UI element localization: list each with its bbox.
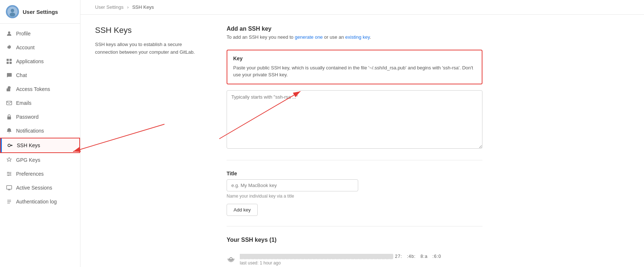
svg-point-3 (8, 31, 10, 34)
add-key-description: To add an SSH key you need to generate o… (227, 34, 482, 41)
key-info-box: Key Paste your public SSH key, which is … (227, 50, 482, 84)
sidebar-header: User Settings (0, 0, 80, 24)
grid-icon (6, 58, 12, 65)
breadcrumb-parent[interactable]: User Settings (95, 4, 124, 10)
key-last-used: last used: 1 hour ago (240, 260, 482, 266)
title-hint: Name your individual key via a title (227, 194, 482, 199)
svg-point-12 (8, 172, 9, 173)
sidebar-item-applications[interactable]: Applications (0, 54, 80, 68)
svg-point-16 (230, 258, 232, 260)
svg-point-1 (11, 9, 14, 12)
sidebar: User Settings Profile Account Applicatio… (0, 0, 80, 267)
right-section: Add an SSH key To add an SSH key you nee… (227, 26, 482, 267)
svg-point-13 (10, 173, 11, 175)
breadcrumb: User Settings › SSH Keys (80, 0, 644, 15)
key-box-description: Paste your public SSH key, which is usua… (233, 64, 476, 79)
divider-1 (227, 160, 482, 160)
sidebar-item-notifications[interactable]: Notifications (0, 124, 80, 138)
sidebar-item-chat[interactable]: Chat (0, 68, 80, 82)
main-content: User Settings › SSH Keys SSH Keys SSH ke… (80, 0, 644, 267)
svg-rect-9 (7, 101, 12, 105)
list-icon (6, 198, 12, 205)
add-key-title: Add an SSH key (227, 26, 482, 32)
avatar (6, 5, 19, 18)
svg-rect-4 (7, 59, 9, 61)
svg-rect-6 (7, 62, 9, 64)
svg-point-11 (8, 144, 11, 147)
svg-rect-5 (10, 59, 12, 61)
sidebar-item-profile[interactable]: Profile (0, 27, 80, 41)
envelope-icon (6, 100, 12, 106)
page-title: SSH Keys (95, 26, 205, 35)
title-input[interactable] (227, 179, 358, 191)
sidebar-item-auth-log[interactable]: Authentication log (0, 195, 80, 209)
sidebar-item-access-tokens[interactable]: Access Tokens (0, 82, 80, 96)
divider-2 (227, 226, 482, 226)
svg-point-2 (10, 12, 15, 16)
existing-link[interactable]: existing key (345, 34, 370, 40)
add-ssh-key-section: Add an SSH key To add an SSH key you nee… (227, 26, 482, 41)
title-label: Title (227, 171, 482, 176)
monitor-icon (6, 184, 12, 191)
sidebar-item-ssh-keys[interactable]: SSH Keys (0, 138, 80, 153)
key-textarea[interactable] (227, 90, 482, 149)
svg-point-14 (8, 175, 9, 176)
cog-icon (6, 44, 12, 51)
add-key-button[interactable]: Add key (227, 204, 258, 216)
svg-rect-10 (7, 117, 11, 119)
svg-rect-15 (7, 186, 12, 189)
left-section: SSH Keys SSH keys allow you to establish… (95, 26, 205, 267)
key-fingerprint: ████████████████████████████████████████… (240, 253, 482, 259)
sidebar-item-preferences[interactable]: Preferences (0, 167, 80, 181)
sidebar-item-emails[interactable]: Emails (0, 96, 80, 110)
ssh-key-detail: ████████████████████████████████████████… (240, 253, 482, 266)
sidebar-item-gpg-keys[interactable]: GPG Keys (0, 153, 80, 167)
sliders-icon (6, 171, 12, 177)
fingerprint-icon (227, 254, 235, 263)
chat-icon (6, 72, 12, 79)
key-box-title: Key (233, 56, 476, 61)
sidebar-title: User Settings (23, 9, 58, 15)
sidebar-item-active-sessions[interactable]: Active Sessions (0, 181, 80, 195)
ssh-key-icon (7, 142, 13, 149)
bell-icon (6, 127, 12, 134)
svg-rect-8 (7, 88, 10, 91)
gpg-icon (6, 157, 12, 163)
sidebar-nav: Profile Account Applications Chat Access (0, 24, 80, 211)
section-description: SSH keys allow you to establish a secure… (95, 41, 205, 56)
lock-icon (6, 114, 12, 120)
user-icon (6, 30, 12, 37)
sidebar-item-password[interactable]: Password (0, 110, 80, 124)
ssh-key-item: ████████████████████████████████████████… (227, 249, 482, 267)
breadcrumb-current: SSH Keys (132, 4, 154, 10)
generate-link[interactable]: generate one (295, 34, 323, 40)
token-icon (6, 86, 12, 92)
sidebar-item-account[interactable]: Account (0, 41, 80, 54)
svg-rect-7 (10, 62, 12, 64)
content-area: SSH Keys SSH keys allow you to establish… (80, 15, 644, 267)
your-keys-title: Your SSH keys (1) (227, 237, 482, 243)
